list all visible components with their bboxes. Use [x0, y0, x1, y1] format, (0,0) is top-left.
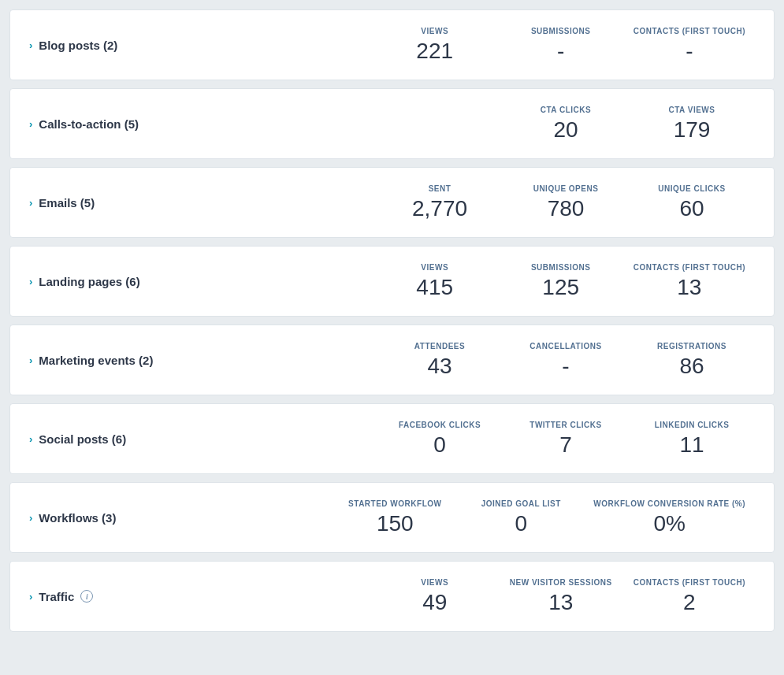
metric-label-calls-to-action-0: CTA CLICKS [541, 105, 591, 115]
row-title-landing-pages: ›Landing pages (6) [29, 275, 234, 288]
metric-label-workflows-2: WORKFLOW CONVERSION RATE (%) [593, 499, 745, 509]
chevron-icon-traffic[interactable]: › [29, 591, 32, 603]
metric-marketing-events-0: ATTENDEES43 [377, 341, 503, 379]
metric-label-marketing-events-0: ATTENDEES [414, 341, 465, 351]
metric-social-posts-0: FACEBOOK CLICKS0 [377, 420, 503, 458]
metric-workflows-1: JOINED GOAL LIST0 [458, 499, 584, 536]
metric-value-marketing-events-0: 43 [427, 354, 451, 379]
row-title-blog-posts: ›Blog posts (2) [29, 39, 234, 52]
row-title-emails: ›Emails (5) [29, 196, 234, 210]
metric-label-landing-pages-0: VIEWS [421, 262, 448, 273]
metric-value-social-posts-2: 11 [679, 433, 704, 458]
info-icon-traffic[interactable]: i [80, 590, 93, 603]
metric-value-landing-pages-2: 13 [677, 276, 701, 300]
metric-value-blog-posts-0: 221 [416, 39, 453, 64]
metric-value-blog-posts-2: - [686, 39, 693, 64]
metric-blog-posts-2: CONTACTS (FIRST TOUCH)- [624, 26, 755, 64]
row-title-social-posts: ›Social posts (6) [29, 432, 234, 446]
metric-social-posts-1: TWITTER CLICKS7 [503, 420, 629, 458]
metric-label-blog-posts-0: VIEWS [421, 26, 448, 36]
chevron-icon-blog-posts[interactable]: › [29, 39, 32, 51]
metric-label-calls-to-action-1: CTA VIEWS [669, 105, 715, 115]
metric-label-marketing-events-1: CANCELLATIONS [529, 341, 601, 351]
row-card-calls-to-action: ›Calls-to-action (5)CTA CLICKS20CTA VIEW… [9, 88, 775, 159]
row-title-calls-to-action: ›Calls-to-action (5) [29, 117, 234, 131]
chevron-icon-calls-to-action[interactable]: › [29, 118, 32, 130]
row-card-marketing-events: ›Marketing events (2)ATTENDEES43CANCELLA… [9, 325, 775, 395]
metric-label-emails-1: UNIQUE OPENS [533, 184, 599, 194]
metric-value-marketing-events-2: 86 [679, 354, 704, 379]
metric-emails-0: SENT2,770 [377, 184, 503, 221]
metric-value-traffic-1: 13 [548, 591, 573, 615]
row-label-emails: Emails (5) [39, 196, 95, 210]
metric-value-traffic-2: 2 [683, 591, 696, 615]
metric-value-social-posts-1: 7 [559, 433, 572, 458]
metric-label-landing-pages-1: SUBMISSIONS [531, 262, 591, 273]
metric-label-social-posts-1: TWITTER CLICKS [529, 420, 601, 430]
metric-label-social-posts-2: LINKEDIN CLICKS [655, 420, 730, 430]
row-label-traffic: Traffic [39, 590, 74, 603]
metric-label-traffic-1: NEW VISITOR SESSIONS [510, 577, 612, 588]
row-card-workflows: ›Workflows (3)STARTED WORKFLOW150JOINED … [9, 482, 775, 553]
chevron-icon-emails[interactable]: › [29, 197, 32, 209]
metrics-emails: SENT2,770UNIQUE OPENS780UNIQUE CLICKS60 [234, 184, 755, 221]
chevron-icon-workflows[interactable]: › [29, 512, 32, 524]
metric-landing-pages-1: SUBMISSIONS125 [498, 262, 624, 300]
metric-label-blog-posts-1: SUBMISSIONS [531, 26, 591, 36]
metric-workflows-2: WORKFLOW CONVERSION RATE (%)0% [584, 499, 755, 536]
metric-value-marketing-events-1: - [562, 354, 569, 379]
metric-label-emails-2: UNIQUE CLICKS [658, 184, 725, 194]
metric-value-landing-pages-1: 125 [542, 276, 579, 300]
metric-label-emails-0: SENT [429, 184, 451, 194]
metric-value-emails-1: 780 [548, 197, 585, 221]
row-title-workflows: ›Workflows (3) [29, 511, 234, 525]
metric-calls-to-action-0: CTA CLICKS20 [503, 105, 629, 143]
metric-label-traffic-0: VIEWS [421, 577, 448, 588]
metric-label-marketing-events-2: REGISTRATIONS [657, 341, 726, 351]
metric-value-calls-to-action-1: 179 [674, 118, 711, 143]
metric-label-blog-posts-2: CONTACTS (FIRST TOUCH) [634, 26, 745, 36]
metric-marketing-events-2: REGISTRATIONS86 [629, 341, 755, 379]
metric-value-landing-pages-0: 415 [416, 276, 453, 300]
row-title-marketing-events: ›Marketing events (2) [29, 354, 234, 367]
row-label-calls-to-action: Calls-to-action (5) [39, 117, 139, 131]
metrics-blog-posts: VIEWS221SUBMISSIONS-CONTACTS (FIRST TOUC… [234, 26, 755, 64]
row-label-marketing-events: Marketing events (2) [39, 354, 153, 367]
metric-value-workflows-0: 150 [377, 512, 414, 536]
metric-label-landing-pages-2: CONTACTS (FIRST TOUCH) [634, 262, 745, 273]
row-label-social-posts: Social posts (6) [39, 432, 126, 446]
main-container: ›Blog posts (2)VIEWS221SUBMISSIONS-CONTA… [9, 9, 775, 632]
metric-label-social-posts-0: FACEBOOK CLICKS [399, 420, 481, 430]
metric-traffic-0: VIEWS49 [372, 577, 498, 615]
chevron-icon-landing-pages[interactable]: › [29, 276, 32, 287]
metrics-traffic: VIEWS49NEW VISITOR SESSIONS13CONTACTS (F… [234, 577, 755, 615]
row-card-traffic: ›TrafficiVIEWS49NEW VISITOR SESSIONS13CO… [9, 561, 775, 632]
metrics-landing-pages: VIEWS415SUBMISSIONS125CONTACTS (FIRST TO… [234, 262, 755, 300]
metric-label-traffic-2: CONTACTS (FIRST TOUCH) [634, 577, 745, 588]
metric-value-blog-posts-1: - [557, 39, 564, 64]
chevron-icon-social-posts[interactable]: › [29, 433, 32, 445]
metric-value-social-posts-0: 0 [433, 433, 446, 458]
row-card-emails: ›Emails (5)SENT2,770UNIQUE OPENS780UNIQU… [9, 167, 775, 238]
metric-blog-posts-0: VIEWS221 [372, 26, 498, 64]
metric-emails-1: UNIQUE OPENS780 [503, 184, 629, 221]
metric-value-workflows-2: 0% [653, 512, 685, 536]
row-card-social-posts: ›Social posts (6)FACEBOOK CLICKS0TWITTER… [9, 403, 775, 474]
metrics-workflows: STARTED WORKFLOW150JOINED GOAL LIST0WORK… [234, 499, 755, 536]
metric-marketing-events-1: CANCELLATIONS- [503, 341, 629, 379]
metric-traffic-1: NEW VISITOR SESSIONS13 [498, 577, 624, 615]
row-label-workflows: Workflows (3) [39, 511, 116, 525]
metric-value-emails-2: 60 [679, 197, 704, 221]
metrics-social-posts: FACEBOOK CLICKS0TWITTER CLICKS7LINKEDIN … [234, 420, 755, 458]
metric-landing-pages-2: CONTACTS (FIRST TOUCH)13 [624, 262, 755, 300]
metrics-marketing-events: ATTENDEES43CANCELLATIONS-REGISTRATIONS86 [234, 341, 755, 379]
chevron-icon-marketing-events[interactable]: › [29, 354, 32, 366]
row-label-blog-posts: Blog posts (2) [39, 39, 117, 52]
metric-traffic-2: CONTACTS (FIRST TOUCH)2 [624, 577, 755, 615]
metrics-calls-to-action: CTA CLICKS20CTA VIEWS179 [234, 105, 755, 143]
metric-workflows-0: STARTED WORKFLOW150 [332, 499, 458, 536]
metric-value-emails-0: 2,770 [412, 197, 467, 221]
metric-landing-pages-0: VIEWS415 [372, 262, 498, 300]
row-card-blog-posts: ›Blog posts (2)VIEWS221SUBMISSIONS-CONTA… [9, 9, 775, 80]
metric-value-traffic-0: 49 [422, 591, 447, 615]
